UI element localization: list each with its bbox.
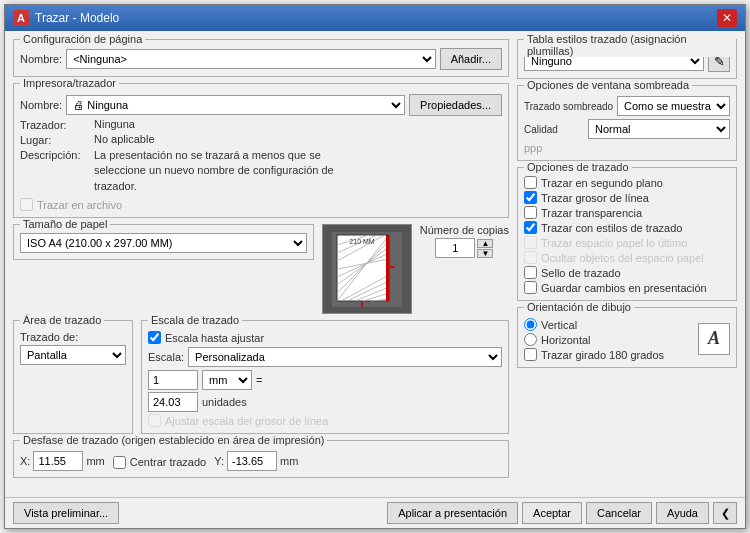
svg-text:210 MM: 210 MM [349,238,374,245]
escala-value2-input[interactable] [148,392,198,412]
copies-col: Número de copias 1 ▲ ▼ [420,224,509,258]
dialog-footer: Vista preliminar... Aplicar a presentaci… [5,497,745,528]
copies-input[interactable]: 1 [435,238,475,258]
papel-col: Tamaño de papel ISO A4 (210.00 x 297.00 … [13,224,314,260]
lugar-value: No aplicable [94,133,155,145]
config-nombre-select[interactable]: <Ninguna> [66,49,435,69]
copies-up-button[interactable]: ▲ [477,239,493,248]
footer-left: Vista preliminar... [13,502,119,524]
escala-mm-row: mm = [148,370,502,390]
opcion-label-6: Sello de trazado [541,267,621,279]
preview-area: 210 MM [322,224,412,314]
trazado-sombreado-label: Trazado sombreado [524,101,613,112]
opcion-checkbox-1[interactable] [524,191,537,204]
cancelar-button[interactable]: Cancelar [586,502,652,524]
centrar-checkbox[interactable] [113,456,126,469]
copies-input-row: 1 ▲ ▼ [435,238,493,258]
a-orientation-button[interactable]: A [698,323,730,355]
config-nombre-label: Nombre: [20,53,62,65]
ppp-row: ppp [524,142,730,154]
vertical-label: Vertical [541,319,577,331]
trazado-de-label: Trazado de: [20,331,78,343]
vertical-row: Vertical [524,318,698,331]
config-nombre-row: Nombre: <Ninguna> Añadir... [20,48,502,70]
propiedades-button[interactable]: Propiedades... [409,94,502,116]
horizontal-radio[interactable] [524,333,537,346]
opciones-list: Trazar en segundo planoTrazar grosor de … [524,176,730,294]
x-row: X: mm [20,451,105,471]
impresora-nombre-select[interactable]: 🖨 Ninguna [66,95,405,115]
girado-row: Trazar girado 180 grados [524,348,698,361]
trazado-sombreado-row: Trazado sombreado Como se muestra [524,96,730,116]
opcion-checkbox-0[interactable] [524,176,537,189]
anadir-button[interactable]: Añadir... [440,48,502,70]
aceptar-button[interactable]: Aceptar [522,502,582,524]
trazado-de-row: Trazado de: [20,331,126,343]
x-unit: mm [86,455,104,467]
escala-select[interactable]: Personalizada [188,347,502,367]
papel-preview-row: Tamaño de papel ISO A4 (210.00 x 297.00 … [13,224,509,314]
escala-trazado-group: Escala de trazado Escala hasta ajustar E… [141,320,509,434]
title-bar-left: A Trazar - Modelo [13,10,119,26]
horizontal-row: Horizontal [524,333,698,346]
opcion-checkbox-7[interactable] [524,281,537,294]
trazado-sombreado-select[interactable]: Como se muestra [617,96,730,116]
escala-ajustar-checkbox[interactable] [148,331,161,344]
dialog-trazar: A Trazar - Modelo ✕ Configuración de pág… [4,4,746,529]
impresora-label: Impresora/trazador [20,77,119,89]
tamano-papel-group: Tamaño de papel ISO A4 (210.00 x 297.00 … [13,224,314,260]
preview-col: 210 MM [322,224,412,314]
desfase-label: Desfase de trazado (origen establecido e… [20,434,327,446]
opcion-label-0: Trazar en segundo plano [541,177,663,189]
y-unit: mm [280,455,298,467]
opcion-trazado-row-2: Trazar transparencia [524,206,730,219]
arrow-button[interactable]: ❮ [713,502,737,524]
opcion-label-3: Trazar con estilos de trazado [541,222,682,234]
opcion-checkbox-3[interactable] [524,221,537,234]
trazar-archivo-checkbox[interactable] [20,198,33,211]
escala-value1-input[interactable] [148,370,198,390]
ayuda-button[interactable]: Ayuda [656,502,709,524]
y-input[interactable] [227,451,277,471]
right-panel: Tabla estilos trazado (asignación plumil… [517,39,737,489]
calidad-select[interactable]: Normal [588,119,730,139]
svg-rect-15 [386,235,389,301]
escala-ajustar-label: Escala hasta ajustar [165,332,264,344]
paper-select[interactable]: ISO A4 (210.00 x 297.00 MM) [20,233,307,253]
opcion-checkbox-6[interactable] [524,266,537,279]
copies-down-button[interactable]: ▼ [477,249,493,258]
close-button[interactable]: ✕ [717,9,737,27]
opciones-trazado-group: Opciones de trazado Trazar en segundo pl… [517,167,737,301]
desfase-xy-row: X: mm Centrar trazado Y: mm [20,451,502,471]
centrar-label: Centrar trazado [130,456,206,468]
girado-checkbox[interactable] [524,348,537,361]
preview-svg: 210 MM [327,227,407,312]
vertical-radio[interactable] [524,318,537,331]
escala-ajustar-row: Escala hasta ajustar [148,331,502,344]
aplicar-button[interactable]: Aplicar a presentación [387,502,518,524]
copies-spinners: ▲ ▼ [477,239,493,258]
vista-button[interactable]: Vista preliminar... [13,502,119,524]
escala-unidades-row: unidades [148,392,502,412]
ajustar-escala-checkbox[interactable] [148,414,161,427]
opcion-checkbox-2[interactable] [524,206,537,219]
escala-personalizada-row: Escala: Personalizada [148,347,502,367]
escala-mm-select[interactable]: mm [202,370,252,390]
orientacion-label: Orientación de dibujo [524,301,634,313]
opcion-label-2: Trazar transparencia [541,207,642,219]
calidad-row: Calidad Normal [524,119,730,139]
trazar-archivo-label: Trazar en archivo [37,199,122,211]
area-escala-row: Área de trazado Trazado de: Pantalla Esc… [13,320,509,434]
ppp-label: ppp [524,142,542,154]
opcion-trazado-row-0: Trazar en segundo plano [524,176,730,189]
opcion-label-7: Guardar cambios en presentación [541,282,707,294]
x-input[interactable] [33,451,83,471]
opciones-trazado-label: Opciones de trazado [524,161,632,173]
trazado-de-select[interactable]: Pantalla [20,345,126,365]
opcion-trazado-row-7: Guardar cambios en presentación [524,281,730,294]
opcion-trazado-row-5: Ocultar objetos del espacio papel [524,251,730,264]
lugar-label: Lugar: [20,133,90,146]
opcion-trazado-row-1: Trazar grosor de línea [524,191,730,204]
horizontal-label: Horizontal [541,334,591,346]
orientacion-radios: Vertical Horizontal Trazar girado 180 gr… [524,316,698,361]
